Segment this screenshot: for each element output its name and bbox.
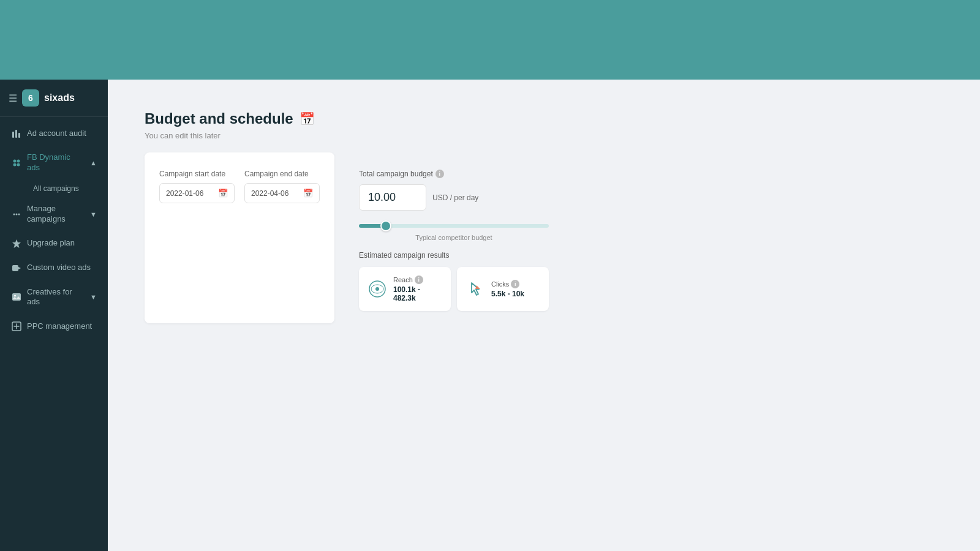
end-date-label: Campaign end date [244, 170, 320, 178]
chevron-down-icon: ▼ [90, 293, 97, 301]
sidebar: ☰ 6 sixads Ad account audit [0, 80, 108, 551]
svg-point-19 [375, 287, 379, 291]
svg-point-7 [13, 213, 15, 215]
grid-icon [11, 157, 22, 168]
top-bar [0, 0, 980, 80]
calendar-start-icon: 📅 [218, 189, 228, 198]
svg-rect-11 [12, 265, 18, 271]
chevron-down-icon: ▼ [90, 211, 97, 218]
svg-point-3 [13, 159, 17, 162]
clicks-icon [466, 279, 485, 299]
svg-point-9 [18, 213, 20, 215]
reach-card: Reach i 100.1k - 482.3k [359, 267, 451, 311]
sidebar-item-label: FB Dynamic ads [27, 152, 85, 173]
svg-point-8 [16, 213, 18, 215]
ppc-icon [11, 321, 22, 332]
budget-slider-wrap [359, 219, 549, 230]
competitor-label: Typical competitor budget [359, 234, 549, 241]
star-icon [11, 238, 22, 249]
reach-value: 100.1k - 482.3k [393, 285, 442, 302]
sidebar-sub-all-campaigns: All campaigns [5, 181, 103, 197]
clicks-card: Clicks i 5.5k - 10k [457, 267, 549, 311]
brand-name: sixads [44, 92, 75, 103]
main-content: Budget and schedule 📅 You can edit this … [108, 80, 980, 551]
page-title-text: Budget and schedule [145, 110, 293, 127]
svg-rect-13 [12, 293, 21, 301]
sidebar-item-ppc-management[interactable]: PPC management [5, 315, 103, 338]
calendar-end-icon: 📅 [303, 189, 313, 198]
page-header: Budget and schedule 📅 You can edit this … [145, 110, 943, 140]
start-date-input[interactable] [166, 189, 214, 198]
svg-point-6 [17, 163, 20, 166]
sidebar-item-label: Creatives for ads [27, 287, 85, 308]
sidebar-item-label: PPC management [27, 321, 97, 332]
budget-panel: Total campaign budget i USD / per day Ty… [347, 152, 561, 323]
sidebar-item-label: Upgrade plan [27, 238, 97, 249]
sidebar-item-fb-dynamic-ads[interactable]: FB Dynamic ads ▲ [5, 146, 103, 179]
page-title: Budget and schedule 📅 [145, 110, 943, 127]
budget-input-row: USD / per day [359, 184, 549, 211]
hamburger-icon[interactable]: ☰ [9, 92, 17, 104]
sidebar-item-upgrade-plan[interactable]: Upgrade plan [5, 232, 103, 255]
clicks-data: Clicks i 5.5k - 10k [491, 280, 524, 298]
sidebar-item-creatives-for-ads[interactable]: Creatives for ads ▼ [5, 281, 103, 314]
reach-label: Reach i [393, 276, 442, 284]
budget-amount-input[interactable] [359, 184, 426, 211]
chart-icon [11, 128, 22, 139]
sidebar-header: ☰ 6 sixads [0, 80, 108, 117]
start-date-label: Campaign start date [159, 170, 235, 178]
svg-marker-12 [18, 267, 21, 269]
svg-point-5 [13, 163, 17, 166]
dates-card: Campaign start date 📅 Campaign end date … [145, 152, 334, 323]
sidebar-item-manage-campaigns[interactable]: Manage campaigns ▼ [5, 198, 103, 231]
sidebar-subitem-all-campaigns[interactable]: All campaigns [27, 181, 103, 197]
image-icon [11, 291, 22, 302]
sidebar-nav: Ad account audit FB Dynamic ads ▲ All ca… [0, 122, 108, 551]
page-subtitle: You can edit this later [145, 131, 943, 140]
svg-marker-10 [12, 239, 21, 248]
end-date-input[interactable] [251, 189, 300, 198]
video-icon [11, 263, 22, 274]
estimated-title: Estimated campaign results [359, 251, 549, 260]
start-date-field: Campaign start date 📅 [159, 170, 235, 203]
sidebar-item-ad-account-audit[interactable]: Ad account audit [5, 122, 103, 145]
budget-slider[interactable] [359, 224, 549, 228]
clicks-value: 5.5k - 10k [491, 290, 524, 298]
dates-row: Campaign start date 📅 Campaign end date … [159, 170, 320, 203]
sidebar-item-custom-video-ads[interactable]: Custom video ads [5, 257, 103, 280]
logo: 6 [22, 89, 39, 107]
svg-rect-0 [12, 132, 14, 138]
clicks-info-icon: i [511, 280, 519, 288]
budget-info-icon: i [435, 170, 444, 178]
calendar-icon: 📅 [300, 111, 315, 126]
chevron-up-icon: ▲ [90, 159, 97, 167]
svg-rect-2 [18, 133, 20, 138]
reach-data: Reach i 100.1k - 482.3k [393, 276, 442, 302]
estimated-section: Estimated campaign results [359, 251, 549, 311]
end-date-field: Campaign end date 📅 [244, 170, 320, 203]
start-date-input-wrap[interactable]: 📅 [159, 183, 235, 203]
budget-currency: USD / per day [432, 193, 478, 202]
svg-marker-21 [475, 285, 480, 289]
svg-point-14 [14, 295, 16, 297]
budget-label: Total campaign budget i [359, 170, 549, 178]
reach-info-icon: i [415, 276, 423, 284]
svg-rect-1 [15, 130, 17, 138]
sidebar-item-label: Ad account audit [27, 129, 97, 139]
svg-point-4 [17, 159, 20, 162]
reach-icon [368, 279, 387, 299]
clicks-label: Clicks i [491, 280, 524, 288]
budget-layout: Campaign start date 📅 Campaign end date … [145, 152, 561, 323]
manage-icon [11, 209, 22, 220]
sidebar-item-label: Manage campaigns [27, 204, 85, 225]
end-date-input-wrap[interactable]: 📅 [244, 183, 320, 203]
estimated-cards: Reach i 100.1k - 482.3k [359, 267, 549, 311]
sidebar-item-label: Custom video ads [27, 263, 97, 273]
